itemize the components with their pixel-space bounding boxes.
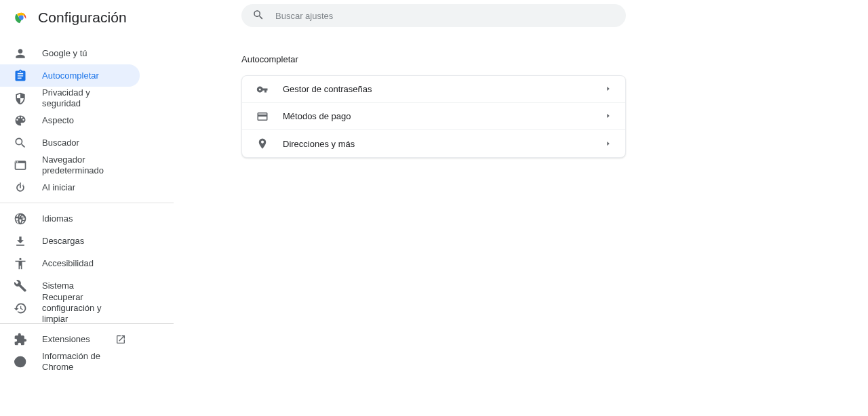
sidebar-item-al-iniciar[interactable]: Al iniciar — [0, 176, 140, 199]
sidebar-item-label: Al iniciar — [42, 182, 126, 193]
sidebar-item-extensiones[interactable]: Extensiones — [0, 328, 140, 350]
sidebar-item-buscador[interactable]: Buscador — [0, 131, 140, 154]
row-label: Direcciones y más — [283, 139, 605, 149]
credit-card-icon — [256, 110, 269, 123]
search-icon — [252, 9, 275, 23]
row-payment-methods[interactable]: Métodos de pago — [242, 103, 625, 130]
palette-icon — [14, 114, 27, 127]
download-icon — [14, 234, 27, 248]
sidebar-header: Configuración — [0, 0, 174, 38]
autofill-card: Gestor de contraseñas Métodos de pago Di… — [241, 75, 626, 158]
search-bar[interactable] — [241, 4, 626, 27]
restore-icon — [14, 301, 27, 315]
shield-icon — [14, 91, 27, 105]
wrench-icon — [14, 279, 27, 293]
sidebar-item-label: Recuperar configuración y limpiar — [42, 292, 126, 325]
row-label: Métodos de pago — [283, 111, 605, 121]
main-content: Autocompletar Gestor de contraseñas Méto… — [174, 0, 868, 416]
sidebar-item-recuperar[interactable]: Recuperar configuración y limpiar — [0, 297, 140, 319]
chrome-icon — [14, 355, 27, 369]
key-icon — [256, 83, 269, 96]
row-label: Gestor de contraseñas — [283, 84, 605, 94]
nav-group-2: Extensiones Información de Chrome — [0, 324, 174, 377]
chevron-right-icon — [605, 139, 612, 149]
extension-icon — [14, 333, 27, 346]
sidebar-item-label: Información de Chrome — [42, 351, 126, 373]
power-icon — [14, 181, 27, 194]
chrome-logo-icon — [14, 10, 28, 25]
row-password-manager[interactable]: Gestor de contraseñas — [242, 76, 625, 103]
sidebar-item-label: Buscador — [42, 138, 126, 148]
section-title: Autocompletar — [241, 54, 868, 64]
nav-group-1: Idiomas Descargas Accesibilidad Sistema … — [0, 203, 174, 323]
sidebar-item-label: Accesibilidad — [42, 258, 126, 269]
sidebar-item-label: Autocompletar — [42, 70, 126, 81]
chevron-right-icon — [605, 84, 612, 94]
sidebar-item-autocompletar[interactable]: Autocompletar — [0, 64, 140, 87]
chevron-right-icon — [605, 111, 612, 121]
assignment-icon — [14, 69, 27, 83]
sidebar-item-label: Aspecto — [42, 115, 126, 126]
accessibility-icon — [14, 257, 27, 270]
sidebar-item-aspecto[interactable]: Aspecto — [0, 109, 140, 131]
browser-icon — [14, 159, 27, 172]
sidebar: Configuración Google y tú Autocompletar … — [0, 0, 174, 416]
person-icon — [14, 47, 27, 60]
nav-group-0: Google y tú Autocompletar Privacidad y s… — [0, 38, 174, 203]
sidebar-item-label: Sistema — [42, 280, 126, 291]
sidebar-item-informacion-chrome[interactable]: Información de Chrome — [0, 350, 140, 373]
sidebar-item-label: Extensiones — [42, 334, 115, 345]
sidebar-item-label: Navegador predeterminado — [42, 154, 126, 176]
open-external-icon — [115, 334, 126, 345]
sidebar-item-label: Descargas — [42, 236, 126, 247]
sidebar-item-accesibilidad[interactable]: Accesibilidad — [0, 252, 140, 274]
sidebar-item-label: Privacidad y seguridad — [42, 87, 126, 109]
search-input[interactable] — [275, 11, 615, 21]
globe-icon — [14, 212, 27, 226]
row-addresses[interactable]: Direcciones y más — [242, 130, 625, 157]
search-icon — [14, 136, 27, 150]
sidebar-item-label: Idiomas — [42, 213, 126, 224]
sidebar-item-navegador-predeterminado[interactable]: Navegador predeterminado — [0, 154, 140, 176]
sidebar-item-privacidad[interactable]: Privacidad y seguridad — [0, 87, 140, 109]
sidebar-item-label: Google y tú — [42, 48, 126, 59]
sidebar-item-descargas[interactable]: Descargas — [0, 230, 140, 252]
page-title: Configuración — [38, 9, 127, 26]
sidebar-item-google-y-tu[interactable]: Google y tú — [0, 42, 140, 64]
sidebar-item-idiomas[interactable]: Idiomas — [0, 207, 140, 230]
place-icon — [256, 137, 269, 150]
